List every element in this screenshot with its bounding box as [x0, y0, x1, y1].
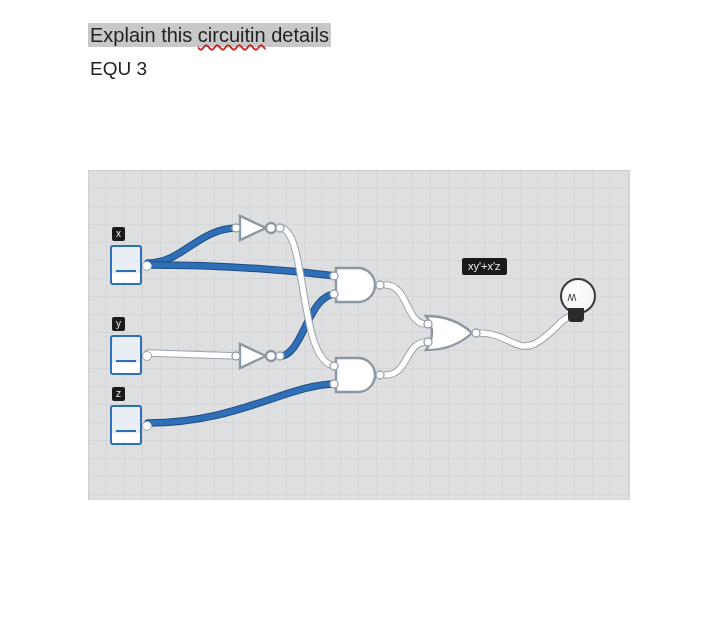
svg-point-12 [424, 320, 432, 328]
svg-point-5 [276, 352, 284, 360]
switch-z-port [142, 421, 152, 431]
svg-point-3 [266, 351, 276, 361]
svg-point-8 [376, 281, 384, 289]
svg-point-4 [232, 352, 240, 360]
bulb-filament-icon: ʍ [567, 291, 577, 303]
circuit-canvas[interactable]: x y z xy'+x'z ʍ [88, 170, 630, 500]
svg-point-11 [376, 371, 384, 379]
switch-y-port [142, 351, 152, 361]
gate-and-1[interactable] [330, 268, 384, 302]
title-misspelled-word: circuitin [198, 24, 266, 46]
switch-x[interactable]: x [110, 245, 142, 285]
output-bulb[interactable]: ʍ [558, 278, 594, 326]
svg-point-7 [330, 290, 338, 298]
switch-z[interactable]: z [110, 405, 142, 445]
svg-point-0 [266, 223, 276, 233]
expression-label: xy'+x'z [462, 258, 507, 275]
switch-x-port [142, 261, 152, 271]
svg-point-10 [330, 380, 338, 388]
svg-point-13 [424, 338, 432, 346]
svg-point-2 [276, 224, 284, 232]
gate-and-2[interactable] [330, 358, 384, 392]
switch-x-label: x [112, 227, 125, 241]
switch-icon [110, 405, 142, 445]
gate-or[interactable] [424, 316, 480, 350]
svg-point-9 [330, 362, 338, 370]
title-text-1: Explain this [90, 24, 198, 46]
svg-point-6 [330, 272, 338, 280]
gate-not-x[interactable] [232, 216, 284, 240]
title-text-2: details [266, 24, 329, 46]
title-highlight: Explain this circuitin details [88, 23, 331, 47]
svg-point-14 [472, 329, 480, 337]
switch-y-label: y [112, 317, 125, 331]
switch-icon [110, 335, 142, 375]
subtitle: EQU 3 [90, 58, 147, 80]
gate-not-y[interactable] [232, 344, 284, 368]
bulb-base-icon [568, 308, 584, 322]
gates-layer [88, 170, 630, 500]
switch-icon [110, 245, 142, 285]
switch-z-label: z [112, 387, 125, 401]
page-title: Explain this circuitin details [88, 24, 331, 47]
document-page: Explain this circuitin details EQU 3 [0, 0, 719, 636]
svg-point-1 [232, 224, 240, 232]
switch-y[interactable]: y [110, 335, 142, 375]
